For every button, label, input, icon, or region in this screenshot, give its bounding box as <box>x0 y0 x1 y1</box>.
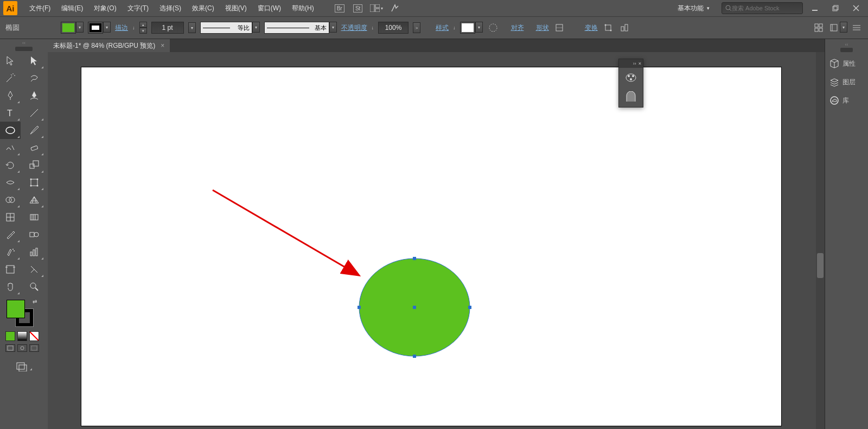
style-panel-link[interactable]: 样式 <box>436 23 449 33</box>
chevron-down-icon[interactable]: ▾ <box>840 22 847 33</box>
menu-type[interactable]: 文字(T) <box>122 4 154 13</box>
width-tool[interactable] <box>0 174 21 191</box>
curvature-tool[interactable] <box>24 87 44 104</box>
line-tool[interactable] <box>24 104 44 122</box>
opacity-panel-link[interactable]: 不透明度 <box>341 23 367 33</box>
gradient-tool[interactable] <box>24 209 44 226</box>
recolor-icon[interactable] <box>487 22 499 34</box>
window-maximize[interactable] <box>827 2 844 14</box>
panel-collapse-handle[interactable]: ‹‹ <box>0 39 48 47</box>
expand-icon[interactable]: ›› <box>633 61 636 66</box>
align-panel-link[interactable]: 对齐 <box>511 23 524 33</box>
perspective-tool[interactable] <box>24 191 44 209</box>
vertical-scrollbar[interactable] <box>816 52 825 429</box>
shaper-tool[interactable] <box>0 139 21 156</box>
symbol-sprayer-tool[interactable] <box>0 243 21 261</box>
swap-fill-stroke-icon[interactable]: ⇄ <box>33 299 37 305</box>
layers-panel-tab[interactable]: 图层 <box>825 73 868 91</box>
ellipse-tool[interactable] <box>0 122 21 139</box>
transform-panel-link[interactable]: 变换 <box>585 23 598 33</box>
shape-expand-icon[interactable] <box>553 22 565 34</box>
shape-panel-link[interactable]: 形状 <box>536 23 549 33</box>
menu-view[interactable]: 视图(V) <box>220 4 252 13</box>
fill-swatch[interactable] <box>7 300 25 318</box>
draw-normal-button[interactable] <box>5 344 15 352</box>
panel-collapse-handle[interactable]: ‹‹ <box>825 41 868 48</box>
stock-icon[interactable]: St <box>350 2 366 14</box>
transform-icon-2[interactable] <box>618 22 630 34</box>
slice-tool[interactable] <box>24 261 44 278</box>
shape-builder-tool[interactable] <box>0 191 21 209</box>
artboard[interactable] <box>81 67 781 426</box>
chevron-down-icon[interactable]: ▾ <box>76 22 84 33</box>
brush-selector[interactable]: 基本 ▾ <box>264 22 337 34</box>
zoom-tool[interactable] <box>24 278 44 295</box>
fill-color-swatch[interactable]: ▾ <box>61 22 84 34</box>
color-panel-icon[interactable] <box>619 68 643 87</box>
none-mode-button[interactable] <box>29 331 39 341</box>
stroke-panel-link[interactable]: 描边 <box>115 23 128 33</box>
floating-panel-strip[interactable]: ›› × <box>618 59 643 108</box>
draw-behind-button[interactable] <box>17 344 27 352</box>
panel-menu-icon[interactable] <box>851 22 863 34</box>
magic-wand-tool[interactable] <box>0 70 21 87</box>
stroke-weight-stepper[interactable]: ▴▾ <box>139 22 147 34</box>
canvas-viewport[interactable] <box>48 52 825 429</box>
chevron-down-icon[interactable]: ▾ <box>329 22 337 33</box>
graph-tool[interactable] <box>24 243 44 261</box>
pen-tool[interactable] <box>0 87 21 104</box>
paintbrush-tool[interactable] <box>24 122 44 139</box>
eraser-tool[interactable] <box>24 139 44 156</box>
rotate-tool[interactable] <box>0 156 21 174</box>
menu-effect[interactable]: 效果(C) <box>187 4 220 13</box>
menu-edit[interactable]: 编辑(E) <box>56 4 88 13</box>
blend-tool[interactable] <box>24 226 44 243</box>
document-tab[interactable]: 未标题-1* @ 84% (RGB/GPU 预览) × <box>48 39 170 52</box>
arrange-docs-icon[interactable]: ▾ <box>369 2 384 14</box>
close-icon[interactable]: × <box>161 42 164 49</box>
menu-window[interactable]: 窗口(W) <box>252 4 286 13</box>
hand-tool[interactable] <box>0 278 21 295</box>
bridge-icon[interactable]: Br <box>332 2 347 14</box>
fill-stroke-swatches[interactable]: ⇄ <box>7 300 34 327</box>
publish-icon[interactable] <box>387 2 403 14</box>
window-close[interactable] <box>847 2 865 14</box>
draw-inside-button[interactable] <box>29 344 39 352</box>
free-transform-tool[interactable] <box>24 174 44 191</box>
stroke-weight-input[interactable]: 1 pt <box>151 22 184 34</box>
menu-file[interactable]: 文件(F) <box>24 4 56 13</box>
properties-panel-tab[interactable]: 属性 <box>825 54 868 73</box>
menu-help[interactable]: 帮助(H) <box>286 4 320 13</box>
workspace-selector[interactable]: 基本功能 ▾ <box>671 4 716 13</box>
style-swatch[interactable]: ▾ <box>460 22 483 34</box>
stroke-color-swatch[interactable]: ▾ <box>88 22 111 34</box>
chevron-down-icon[interactable]: ▾ <box>252 22 260 33</box>
chevron-down-icon[interactable]: ▾ <box>475 22 483 33</box>
stroke-weight-menu[interactable]: ▾ <box>188 22 196 33</box>
opacity-menu[interactable]: > <box>413 22 420 33</box>
menu-object[interactable]: 对象(O) <box>88 4 122 13</box>
menu-select[interactable]: 选择(S) <box>154 4 187 13</box>
search-stock[interactable] <box>722 2 803 14</box>
direct-selection-tool[interactable] <box>24 52 44 70</box>
opacity-input[interactable]: 100% <box>378 22 409 34</box>
stroke-profile-selector[interactable]: 等比 ▾ <box>200 22 260 34</box>
mesh-tool[interactable] <box>0 209 21 226</box>
transform-icon-1[interactable] <box>602 22 614 34</box>
libraries-panel-tab[interactable]: 库 <box>825 91 868 110</box>
chevron-down-icon[interactable]: ▾ <box>103 22 111 33</box>
screen-mode-button[interactable] <box>0 358 48 375</box>
color-mode-button[interactable] <box>5 331 15 341</box>
appearance-panel-icon[interactable] <box>619 87 643 107</box>
eyedropper-tool[interactable] <box>0 226 21 243</box>
type-tool[interactable]: T <box>0 104 21 122</box>
search-input[interactable] <box>732 5 792 11</box>
artboard-tool[interactable] <box>0 261 21 278</box>
window-minimize[interactable] <box>806 2 824 14</box>
selection-tool[interactable] <box>0 52 21 70</box>
lasso-tool[interactable] <box>24 70 44 87</box>
gradient-mode-button[interactable] <box>17 331 27 341</box>
scale-tool[interactable] <box>24 156 44 174</box>
close-icon[interactable]: × <box>639 61 641 66</box>
document-setup-button[interactable]: ▾ <box>828 22 847 34</box>
